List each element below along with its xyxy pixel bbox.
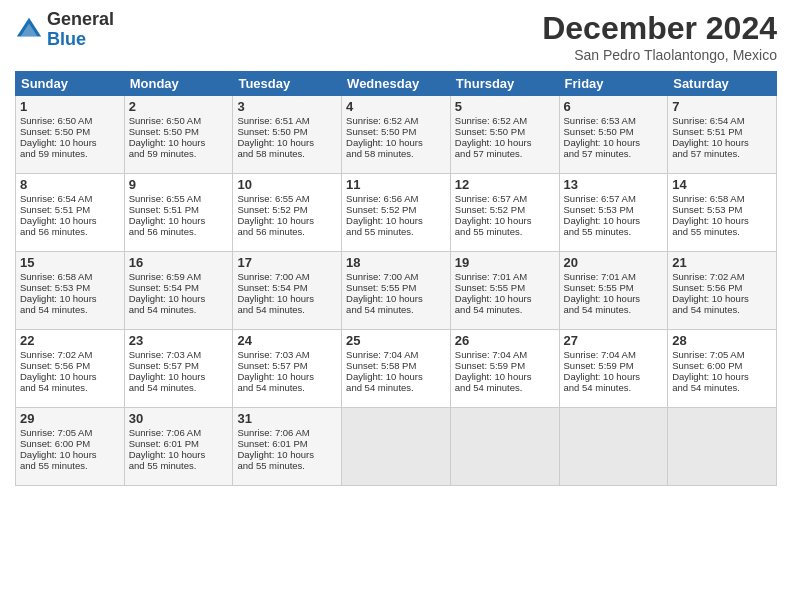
day-info: and 57 minutes. bbox=[564, 148, 664, 159]
logo: General Blue bbox=[15, 10, 114, 50]
day-info: Daylight: 10 hours bbox=[455, 371, 555, 382]
table-row: 29Sunrise: 7:05 AMSunset: 6:00 PMDayligh… bbox=[16, 408, 125, 486]
day-info: Daylight: 10 hours bbox=[455, 137, 555, 148]
day-number: 9 bbox=[129, 177, 229, 192]
table-row: 6Sunrise: 6:53 AMSunset: 5:50 PMDaylight… bbox=[559, 96, 668, 174]
day-info: Daylight: 10 hours bbox=[346, 293, 446, 304]
day-info: and 56 minutes. bbox=[129, 226, 229, 237]
day-info: Sunrise: 6:57 AM bbox=[455, 193, 555, 204]
day-number: 21 bbox=[672, 255, 772, 270]
calendar-week-4: 22Sunrise: 7:02 AMSunset: 5:56 PMDayligh… bbox=[16, 330, 777, 408]
day-number: 11 bbox=[346, 177, 446, 192]
day-info: Sunrise: 7:05 AM bbox=[20, 427, 120, 438]
day-number: 13 bbox=[564, 177, 664, 192]
table-row: 13Sunrise: 6:57 AMSunset: 5:53 PMDayligh… bbox=[559, 174, 668, 252]
day-number: 12 bbox=[455, 177, 555, 192]
col-tuesday: Tuesday bbox=[233, 72, 342, 96]
day-info: Daylight: 10 hours bbox=[129, 137, 229, 148]
day-number: 24 bbox=[237, 333, 337, 348]
day-info: Sunset: 5:55 PM bbox=[346, 282, 446, 293]
day-info: Daylight: 10 hours bbox=[20, 293, 120, 304]
day-info: Daylight: 10 hours bbox=[346, 137, 446, 148]
day-number: 16 bbox=[129, 255, 229, 270]
day-number: 10 bbox=[237, 177, 337, 192]
day-number: 8 bbox=[20, 177, 120, 192]
day-info: and 55 minutes. bbox=[455, 226, 555, 237]
day-info: and 54 minutes. bbox=[455, 382, 555, 393]
day-info: and 55 minutes. bbox=[672, 226, 772, 237]
day-info: Sunset: 5:51 PM bbox=[20, 204, 120, 215]
day-info: Sunset: 5:50 PM bbox=[129, 126, 229, 137]
day-number: 28 bbox=[672, 333, 772, 348]
table-row bbox=[668, 408, 777, 486]
day-info: Sunset: 5:50 PM bbox=[455, 126, 555, 137]
day-info: Sunrise: 6:55 AM bbox=[237, 193, 337, 204]
day-info: and 54 minutes. bbox=[237, 304, 337, 315]
table-row: 7Sunrise: 6:54 AMSunset: 5:51 PMDaylight… bbox=[668, 96, 777, 174]
location: San Pedro Tlaolantongo, Mexico bbox=[542, 47, 777, 63]
day-number: 2 bbox=[129, 99, 229, 114]
table-row: 2Sunrise: 6:50 AMSunset: 5:50 PMDaylight… bbox=[124, 96, 233, 174]
table-row: 10Sunrise: 6:55 AMSunset: 5:52 PMDayligh… bbox=[233, 174, 342, 252]
day-info: Sunrise: 7:02 AM bbox=[20, 349, 120, 360]
day-info: Sunrise: 7:04 AM bbox=[455, 349, 555, 360]
day-info: Daylight: 10 hours bbox=[455, 215, 555, 226]
day-number: 1 bbox=[20, 99, 120, 114]
day-info: Daylight: 10 hours bbox=[237, 371, 337, 382]
table-row: 12Sunrise: 6:57 AMSunset: 5:52 PMDayligh… bbox=[450, 174, 559, 252]
logo-blue-text: Blue bbox=[47, 30, 114, 50]
day-info: Sunset: 5:57 PM bbox=[129, 360, 229, 371]
day-info: Sunset: 5:53 PM bbox=[564, 204, 664, 215]
day-info: and 54 minutes. bbox=[346, 382, 446, 393]
day-info: and 56 minutes. bbox=[20, 226, 120, 237]
table-row: 28Sunrise: 7:05 AMSunset: 6:00 PMDayligh… bbox=[668, 330, 777, 408]
day-info: and 55 minutes. bbox=[346, 226, 446, 237]
day-number: 15 bbox=[20, 255, 120, 270]
table-row: 9Sunrise: 6:55 AMSunset: 5:51 PMDaylight… bbox=[124, 174, 233, 252]
day-number: 29 bbox=[20, 411, 120, 426]
col-wednesday: Wednesday bbox=[342, 72, 451, 96]
day-info: Daylight: 10 hours bbox=[237, 215, 337, 226]
day-number: 25 bbox=[346, 333, 446, 348]
day-info: Sunrise: 6:56 AM bbox=[346, 193, 446, 204]
day-info: Sunset: 5:53 PM bbox=[672, 204, 772, 215]
day-info: Sunrise: 7:06 AM bbox=[129, 427, 229, 438]
day-info: and 55 minutes. bbox=[564, 226, 664, 237]
table-row: 27Sunrise: 7:04 AMSunset: 5:59 PMDayligh… bbox=[559, 330, 668, 408]
day-info: and 59 minutes. bbox=[20, 148, 120, 159]
day-info: Sunset: 5:58 PM bbox=[346, 360, 446, 371]
header: General Blue December 2024 San Pedro Tla… bbox=[15, 10, 777, 63]
day-info: and 54 minutes. bbox=[129, 382, 229, 393]
day-number: 23 bbox=[129, 333, 229, 348]
day-number: 17 bbox=[237, 255, 337, 270]
day-info: Sunrise: 6:55 AM bbox=[129, 193, 229, 204]
day-number: 4 bbox=[346, 99, 446, 114]
month-title: December 2024 bbox=[542, 10, 777, 47]
table-row: 16Sunrise: 6:59 AMSunset: 5:54 PMDayligh… bbox=[124, 252, 233, 330]
table-row bbox=[450, 408, 559, 486]
table-row: 5Sunrise: 6:52 AMSunset: 5:50 PMDaylight… bbox=[450, 96, 559, 174]
day-info: Sunset: 5:51 PM bbox=[129, 204, 229, 215]
day-info: and 54 minutes. bbox=[564, 382, 664, 393]
col-sunday: Sunday bbox=[16, 72, 125, 96]
day-info: Sunrise: 7:00 AM bbox=[237, 271, 337, 282]
table-row: 20Sunrise: 7:01 AMSunset: 5:55 PMDayligh… bbox=[559, 252, 668, 330]
table-row bbox=[342, 408, 451, 486]
day-number: 31 bbox=[237, 411, 337, 426]
day-info: Sunset: 6:01 PM bbox=[237, 438, 337, 449]
day-info: Daylight: 10 hours bbox=[346, 215, 446, 226]
title-block: December 2024 San Pedro Tlaolantongo, Me… bbox=[542, 10, 777, 63]
day-info: Sunset: 5:54 PM bbox=[129, 282, 229, 293]
col-saturday: Saturday bbox=[668, 72, 777, 96]
day-number: 5 bbox=[455, 99, 555, 114]
table-row: 4Sunrise: 6:52 AMSunset: 5:50 PMDaylight… bbox=[342, 96, 451, 174]
calendar-page: General Blue December 2024 San Pedro Tla… bbox=[0, 0, 792, 612]
day-info: Daylight: 10 hours bbox=[346, 371, 446, 382]
day-info: and 56 minutes. bbox=[237, 226, 337, 237]
day-info: and 57 minutes. bbox=[455, 148, 555, 159]
day-info: Daylight: 10 hours bbox=[564, 371, 664, 382]
day-number: 14 bbox=[672, 177, 772, 192]
day-info: Daylight: 10 hours bbox=[455, 293, 555, 304]
day-info: Sunrise: 7:04 AM bbox=[564, 349, 664, 360]
day-info: and 55 minutes. bbox=[237, 460, 337, 471]
